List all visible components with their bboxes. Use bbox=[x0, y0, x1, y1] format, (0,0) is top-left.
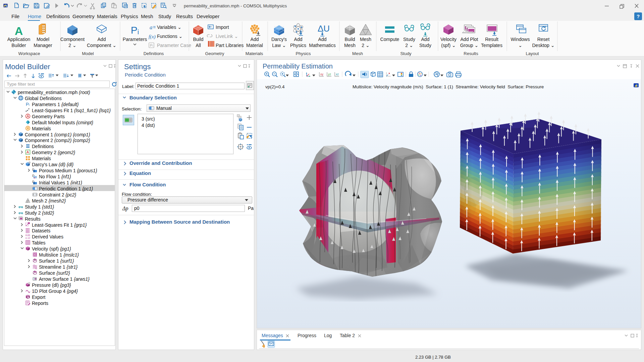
svg-text:=: = bbox=[153, 25, 156, 30]
svg-text:Pi: Pi bbox=[26, 102, 30, 107]
svg-text:A: A bbox=[15, 25, 23, 37]
svg-text:8.85: 8.85 bbox=[25, 234, 30, 236]
svg-text:yz: yz bbox=[328, 73, 331, 76]
svg-text:Pi: Pi bbox=[150, 43, 153, 47]
svg-text:Pi: Pi bbox=[131, 25, 139, 36]
svg-text:A: A bbox=[26, 150, 29, 154]
svg-text:ΔU: ΔU bbox=[318, 24, 330, 34]
svg-text:A: A bbox=[27, 114, 30, 118]
svg-text:xy: xy bbox=[320, 73, 324, 76]
svg-text:xz: xz bbox=[336, 73, 339, 76]
svg-text:e-12: e-12 bbox=[25, 237, 30, 239]
svg-text:f(x): f(x) bbox=[149, 34, 156, 40]
svg-text:a: a bbox=[150, 24, 153, 31]
